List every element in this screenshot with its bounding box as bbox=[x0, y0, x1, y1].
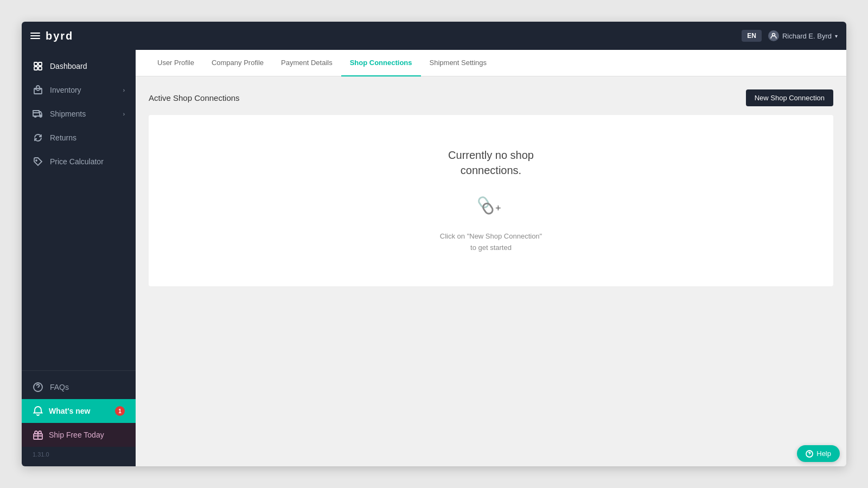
sidebar-nav: Dashboard Inventory › bbox=[22, 50, 136, 370]
bell-icon bbox=[33, 406, 43, 416]
sidebar-item-returns[interactable]: Returns bbox=[22, 126, 136, 150]
tag-icon bbox=[33, 156, 43, 167]
grid-icon bbox=[33, 61, 43, 72]
truck-icon bbox=[33, 108, 43, 119]
tab-shop-connections[interactable]: Shop Connections bbox=[341, 50, 421, 76]
sidebar-item-price-calculator[interactable]: Price Calculator bbox=[22, 150, 136, 174]
sidebar-bottom: FAQs What's new 1 bbox=[22, 370, 136, 466]
logo-area: byrd bbox=[30, 30, 73, 42]
svg-rect-1 bbox=[34, 62, 37, 66]
content-area: Active Shop Connections New Shop Connect… bbox=[136, 76, 846, 299]
user-icon bbox=[768, 30, 779, 41]
tab-company-profile[interactable]: Company Profile bbox=[203, 50, 272, 76]
version-label: 1.31.0 bbox=[22, 447, 136, 462]
sidebar-item-shipments[interactable]: Shipments › bbox=[22, 102, 136, 126]
whats-new-button[interactable]: What's new 1 bbox=[22, 399, 136, 423]
help-label: Help bbox=[816, 450, 831, 458]
empty-hint: Click on "New Shop Connection"to get sta… bbox=[440, 231, 542, 254]
sidebar-label-dashboard: Dashboard bbox=[50, 62, 87, 70]
returns-icon bbox=[33, 132, 43, 143]
user-name: Richard E. Byrd bbox=[782, 32, 832, 40]
sidebar: Dashboard Inventory › bbox=[22, 50, 136, 466]
whats-new-badge: 1 bbox=[115, 406, 125, 416]
svg-point-7 bbox=[36, 160, 37, 161]
faqs-label: FAQs bbox=[50, 383, 69, 391]
sidebar-label-inventory: Inventory bbox=[50, 86, 81, 94]
main-content: User Profile Company Profile Payment Det… bbox=[136, 50, 846, 466]
sidebar-item-faqs[interactable]: FAQs bbox=[22, 375, 136, 399]
page-tabs: User Profile Company Profile Payment Det… bbox=[136, 50, 846, 76]
svg-rect-2 bbox=[39, 62, 42, 66]
sidebar-label-price-calculator: Price Calculator bbox=[50, 157, 104, 166]
sidebar-item-inventory[interactable]: Inventory › bbox=[22, 78, 136, 102]
box-icon bbox=[33, 85, 43, 95]
user-chevron-icon: ▾ bbox=[835, 33, 838, 39]
inventory-chevron-icon: › bbox=[123, 87, 125, 93]
topbar: byrd EN Richard E. Byrd ▾ bbox=[22, 22, 846, 50]
svg-text:+: + bbox=[495, 203, 501, 214]
gift-icon bbox=[33, 429, 43, 440]
tab-user-profile[interactable]: User Profile bbox=[149, 50, 203, 76]
empty-title: Currently no shopconnections. bbox=[448, 147, 534, 178]
section-title: Active Shop Connections bbox=[149, 93, 240, 102]
sidebar-label-returns: Returns bbox=[50, 133, 76, 142]
svg-rect-4 bbox=[39, 67, 42, 70]
language-button[interactable]: EN bbox=[742, 30, 762, 42]
shipments-chevron-icon: › bbox=[123, 111, 125, 117]
chain-plus-icon: + bbox=[475, 191, 507, 220]
ship-free-button[interactable]: Ship Free Today bbox=[22, 423, 136, 447]
svg-rect-3 bbox=[34, 67, 37, 70]
help-button[interactable]: Help bbox=[797, 445, 840, 462]
hamburger-icon[interactable] bbox=[30, 33, 40, 39]
ship-free-label: Ship Free Today bbox=[49, 431, 104, 439]
sidebar-item-dashboard[interactable]: Dashboard bbox=[22, 54, 136, 78]
new-shop-connection-button[interactable]: New Shop Connection bbox=[746, 89, 833, 106]
whats-new-label: What's new bbox=[49, 407, 90, 415]
empty-state-card: Currently no shopconnections. + bbox=[149, 115, 833, 286]
question-icon bbox=[33, 382, 43, 393]
topbar-right: EN Richard E. Byrd ▾ bbox=[742, 30, 838, 42]
tab-payment-details[interactable]: Payment Details bbox=[272, 50, 341, 76]
svg-rect-11 bbox=[482, 202, 494, 215]
tab-shipment-settings[interactable]: Shipment Settings bbox=[421, 50, 496, 76]
user-menu[interactable]: Richard E. Byrd ▾ bbox=[768, 30, 838, 41]
section-header: Active Shop Connections New Shop Connect… bbox=[149, 89, 833, 106]
app-body: Dashboard Inventory › bbox=[22, 50, 846, 466]
logo-text: byrd bbox=[46, 30, 73, 42]
sidebar-label-shipments: Shipments bbox=[50, 110, 86, 118]
